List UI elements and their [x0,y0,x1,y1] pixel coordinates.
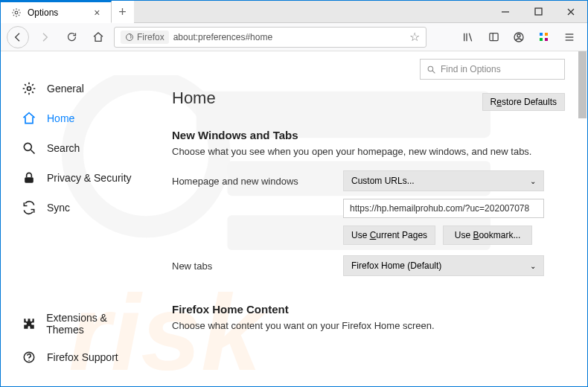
sidebar-item-label: Privacy & Security [47,172,132,184]
svg-point-28 [428,66,433,71]
identity-box[interactable]: Firefox [121,31,169,44]
newtabs-label: New tabs [172,260,343,272]
homepage-url-input[interactable] [343,199,544,218]
sidebar-item-label: Firefox Support [47,351,118,363]
account-button[interactable] [507,26,531,48]
star-icon[interactable]: ☆ [409,30,420,44]
svg-line-24 [31,150,35,154]
sidebar-item-label: Home [47,112,74,124]
use-bookmark-button[interactable]: Use Bookmark... [443,226,532,245]
home-icon [22,111,36,126]
minimize-button[interactable] [489,1,522,22]
svg-rect-16 [545,33,548,36]
lock-icon [22,170,36,185]
sidebar-item-label: General [47,83,84,95]
back-button[interactable] [7,26,29,48]
section-desc: Choose what you see when you open your h… [172,146,565,157]
home-button[interactable] [87,26,109,48]
sync-icon [22,200,36,215]
sidebar-item-extensions[interactable]: Extensions & Themes [1,304,164,343]
url-text: about:preferences#home [173,32,405,42]
homepage-select[interactable]: Custom URLs... ⌄ [343,170,544,191]
tab-title: Options [28,7,58,18]
section-heading: Firefox Home Content [172,303,565,316]
chevron-down-icon: ⌄ [530,262,536,270]
sidebar-item-label: Search [47,142,80,154]
maximize-button[interactable] [522,1,555,22]
svg-rect-18 [545,38,548,41]
svg-point-22 [28,87,31,91]
sidebar-item-privacy[interactable]: Privacy & Security [1,163,164,193]
close-window-button[interactable] [555,1,587,22]
sidebar: General Home Search Privacy & Security S… [1,51,164,386]
newtabs-select[interactable]: Firefox Home (Default) ⌄ [343,255,544,276]
restore-defaults-button[interactable]: Restore Defaults [482,93,565,111]
sidebar-item-label: Extensions & Themes [46,312,144,336]
svg-point-14 [517,34,520,37]
forward-button[interactable] [33,26,56,48]
scrollbar-thumb[interactable] [578,51,587,118]
svg-point-10 [127,33,133,40]
section-desc: Choose what content you want on your Fir… [172,320,565,331]
address-bar[interactable]: Firefox about:preferences#home ☆ [114,27,426,48]
firefox-icon [125,33,134,42]
svg-rect-7 [535,8,542,15]
section-heading: New Windows and Tabs [172,129,565,141]
library-button[interactable] [456,26,480,48]
tab-icon [11,7,22,18]
sidebar-item-sync[interactable]: Sync [1,193,164,223]
sidebar-button[interactable] [482,26,505,48]
svg-rect-17 [540,38,543,41]
svg-point-5 [15,11,18,14]
main-panel: Find in Options Home Restore Defaults Ne… [164,51,587,386]
search-input[interactable]: Find in Options [420,59,565,80]
svg-rect-15 [540,33,543,36]
sidebar-item-general[interactable]: General [1,74,164,103]
menu-button[interactable] [557,26,581,48]
svg-point-23 [24,143,31,150]
sidebar-item-home[interactable]: Home [1,103,164,133]
use-current-pages-button[interactable]: Use Current Pages [343,226,435,245]
gear-icon [22,81,36,96]
chevron-down-icon: ⌄ [530,177,536,185]
close-icon[interactable]: × [94,7,100,19]
homepage-label: Homepage and new windows [172,176,343,187]
titlebar-drag [134,1,489,23]
search-icon [426,65,436,74]
puzzle-icon [22,317,36,330]
svg-line-29 [432,71,435,73]
help-icon [22,351,36,364]
svg-point-27 [28,359,30,361]
reload-button[interactable] [60,26,83,48]
sidebar-item-search[interactable]: Search [1,133,164,163]
sidebar-item-label: Sync [47,202,70,214]
tab-options[interactable]: Options × [1,1,112,23]
search-placeholder: Find in Options [441,64,501,74]
new-tab-button[interactable]: + [112,1,134,23]
svg-rect-25 [25,177,33,183]
search-icon [22,141,36,156]
extensions-button[interactable] [532,26,556,48]
sidebar-item-support[interactable]: Firefox Support [1,343,164,371]
svg-rect-11 [489,33,497,41]
